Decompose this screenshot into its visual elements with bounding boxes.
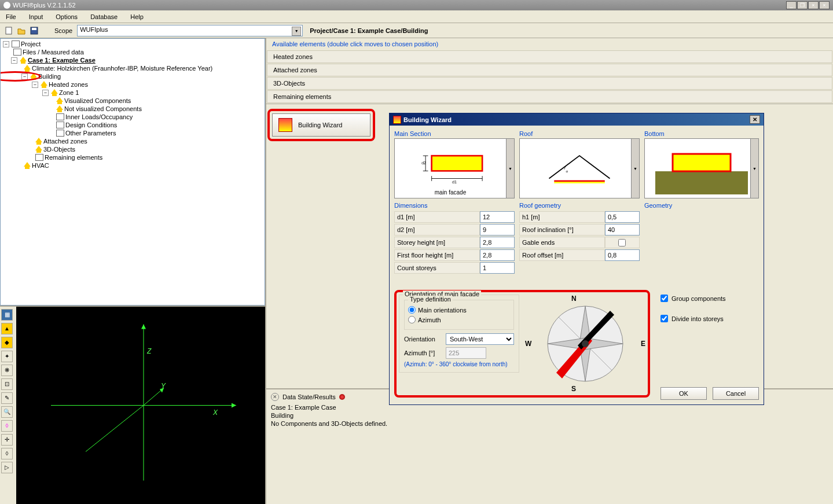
main-section-preview[interactable]: d1 d2 main facade ▼ <box>394 138 515 198</box>
tree-climate[interactable]: Climate: Holzkirchen (Fraunhofer-IBP, Mo… <box>32 65 212 72</box>
count-storeys-input[interactable] <box>480 262 515 274</box>
roof-offset-input[interactable] <box>605 249 640 261</box>
zoom-icon[interactable]: 🔍 <box>1 406 13 418</box>
scope-label: Scope <box>54 27 72 34</box>
tree-files[interactable]: Files / Measured data <box>23 49 84 56</box>
dropdown-icon[interactable]: ▼ <box>750 139 758 198</box>
storey-height-input[interactable] <box>480 237 515 248</box>
tree-zone1[interactable]: Zone 1 <box>59 89 79 96</box>
expand-icon[interactable]: − <box>42 90 49 96</box>
close-button[interactable]: × <box>808 1 819 9</box>
wizard-button-label: Building Wizard <box>298 122 342 128</box>
tree-attached[interactable]: Attached zones <box>43 138 87 145</box>
main-orientations-radio[interactable] <box>408 306 416 314</box>
axis-y-label: Y <box>161 382 166 390</box>
svg-rect-10 <box>432 156 483 171</box>
tree-hvac[interactable]: HVAC <box>32 162 49 169</box>
dialog-close-button[interactable]: ✕ <box>750 115 760 124</box>
tree-otherparam[interactable]: Other Parameters <box>65 130 116 137</box>
viewer-tool[interactable]: ▷ <box>1 462 13 473</box>
dropdown-icon[interactable]: ▼ <box>631 139 639 198</box>
save-button[interactable] <box>29 25 39 36</box>
viewer-tool[interactable]: ▦ <box>1 309 13 321</box>
azimuth-radio[interactable] <box>408 316 416 323</box>
viewer-canvas[interactable]: X Y Z <box>16 307 265 504</box>
building-wizard-dialog: Building Wizard ✕ Main Section d1 <box>389 113 764 405</box>
breadcrumb: Project/Case 1: Example Case/Building <box>310 27 428 34</box>
loads-icon <box>56 113 64 120</box>
scope-select[interactable]: WUFIplus <box>77 25 303 36</box>
status-line: No Components and 3D-Objects defined. <box>271 420 828 428</box>
tree-building[interactable]: Building <box>38 73 61 80</box>
first-floor-input[interactable] <box>480 249 515 261</box>
orientation-select[interactable]: South-West <box>446 333 514 345</box>
roof-incl-label: Roof inclination [°] <box>519 224 605 236</box>
available-row[interactable]: 3D-Objects <box>267 77 832 90</box>
viewer-tool[interactable]: ◊ <box>1 420 13 432</box>
roof-preview[interactable]: α ▼ <box>519 138 640 198</box>
project-icon <box>12 41 20 47</box>
tree-remaining[interactable]: Remaining elements <box>45 154 102 161</box>
tree-3dobjects[interactable]: 3D-Objects <box>43 146 75 153</box>
cancel-button[interactable]: Cancel <box>713 387 759 400</box>
tree-case[interactable]: Case 1: Example Case <box>28 57 96 64</box>
right-options: Group components Divide into storeys OK … <box>655 278 759 400</box>
expand-icon[interactable]: − <box>11 57 17 64</box>
tree-viscomp[interactable]: Visualized Components <box>64 97 131 104</box>
expand-icon[interactable]: − <box>3 41 9 47</box>
gable-checkbox[interactable] <box>618 239 626 247</box>
building-wizard-button[interactable]: Building Wizard <box>272 113 370 137</box>
bottom-preview[interactable]: ▼ <box>644 138 759 198</box>
viewer-tool[interactable]: ◆ <box>1 337 13 348</box>
tree-project[interactable]: Project <box>21 41 41 47</box>
d2-label: d2 [m] <box>394 224 480 236</box>
tree-designcond[interactable]: Design Conditions <box>65 122 117 128</box>
count-storeys-label: Count storeys <box>394 262 480 274</box>
param-icon <box>56 130 64 137</box>
tree-innerloads[interactable]: Inner Loads/Occupancy <box>65 113 133 120</box>
viewer-tool[interactable]: ◊ <box>1 448 13 459</box>
compass-n: N <box>571 295 577 303</box>
group-components-checkbox[interactable] <box>660 295 668 302</box>
dialog-titlebar[interactable]: Building Wizard ✕ <box>390 113 764 126</box>
menu-database[interactable]: Database <box>88 12 120 21</box>
ok-button[interactable]: OK <box>660 387 707 400</box>
tree-nonviscomp[interactable]: Not visualized Components <box>64 105 142 112</box>
svg-line-7 <box>86 406 144 452</box>
minimize-button[interactable]: _ <box>786 1 797 9</box>
roof-incl-input[interactable] <box>605 224 640 236</box>
h1-label: h1 [m] <box>519 211 605 223</box>
divide-storeys-label: Divide into storeys <box>671 315 724 322</box>
menu-input[interactable]: Input <box>27 12 45 21</box>
divide-storeys-checkbox[interactable] <box>660 315 668 322</box>
d2-input[interactable] <box>480 224 515 236</box>
available-header: Available elements (double click moves t… <box>266 38 833 50</box>
d1-input[interactable] <box>480 211 515 223</box>
expand-icon[interactable]: − <box>32 82 38 88</box>
house-icon <box>20 57 27 61</box>
viewer-tool[interactable]: ✦ <box>1 351 13 362</box>
close-button-2[interactable]: × <box>819 1 830 9</box>
close-icon[interactable]: ✕ <box>271 393 279 401</box>
viewer-tool[interactable]: ✛ <box>1 434 13 446</box>
menu-options[interactable]: Options <box>53 12 80 21</box>
h1-input[interactable] <box>605 211 640 223</box>
new-button[interactable] <box>3 25 14 36</box>
viewer-tool[interactable]: ✎ <box>1 392 13 404</box>
compass-e: E <box>641 340 645 348</box>
restore-button[interactable]: ❐ <box>797 1 808 9</box>
open-button[interactable] <box>16 25 27 36</box>
svg-point-35 <box>582 340 589 347</box>
available-row[interactable]: Heated zones <box>267 50 832 63</box>
dropdown-icon[interactable]: ▼ <box>506 139 514 198</box>
menu-file[interactable]: File <box>3 12 19 21</box>
scope-value: WUFIplus <box>80 26 108 33</box>
available-row[interactable]: Attached zones <box>267 64 832 76</box>
viewer-tool[interactable]: ⊡ <box>1 378 13 390</box>
viewer-tool[interactable]: ❋ <box>1 365 13 376</box>
available-row[interactable]: Remaining elements <box>267 90 832 103</box>
tree-heated[interactable]: Heated zones <box>49 81 88 88</box>
viewer-tool[interactable]: ▲ <box>1 323 13 334</box>
menu-help[interactable]: Help <box>128 12 146 21</box>
project-tree[interactable]: −Project Files / Measured data −Case 1: … <box>0 38 265 306</box>
